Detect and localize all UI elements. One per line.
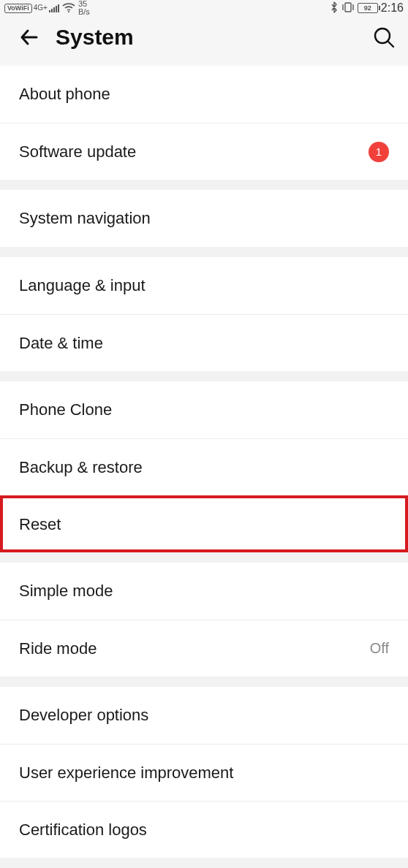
svg-point-9 <box>375 28 390 43</box>
settings-item-label: Ride mode <box>19 639 97 658</box>
status-left: VoWiFi 4G+ 35 <box>4 0 90 16</box>
back-arrow-icon <box>18 26 41 49</box>
svg-rect-2 <box>53 7 55 12</box>
notification-badge: 1 <box>369 142 389 162</box>
svg-line-10 <box>388 42 393 47</box>
svg-point-5 <box>68 11 69 12</box>
svg-rect-4 <box>58 4 59 12</box>
network-speed: 35 B/s <box>78 0 90 16</box>
settings-item[interactable]: Reset <box>0 495 408 552</box>
settings-item-label: Language & input <box>19 276 146 295</box>
settings-item[interactable]: Phone Clone <box>0 381 408 438</box>
settings-item[interactable]: System navigation <box>0 190 408 247</box>
settings-item-label: Phone Clone <box>19 400 112 419</box>
settings-item[interactable]: Simple mode <box>0 563 408 620</box>
settings-item-label: System navigation <box>19 209 151 228</box>
settings-item-label: Certification logos <box>19 821 147 840</box>
settings-item[interactable]: Certification logos <box>0 801 408 858</box>
status-right: 92 2:16 <box>330 1 404 15</box>
settings-item-label: Developer options <box>19 706 148 725</box>
search-icon <box>373 26 395 48</box>
settings-group: Phone CloneBackup & restoreReset <box>0 381 408 552</box>
svg-rect-3 <box>56 6 57 12</box>
wifi-icon <box>62 3 75 13</box>
svg-rect-1 <box>51 9 53 12</box>
settings-group: Language & inputDate & time <box>0 257 408 371</box>
back-button[interactable] <box>13 21 45 53</box>
status-bar: VoWiFi 4G+ 35 <box>0 0 408 17</box>
battery-level: 92 <box>364 4 371 12</box>
vowifi-icon: VoWiFi <box>4 4 32 13</box>
settings-item[interactable]: Date & time <box>0 314 408 371</box>
network-gen-label: 4G+ <box>34 4 48 12</box>
settings-item-label: Software update <box>19 142 136 161</box>
settings-item-value: Off <box>370 640 389 657</box>
settings-item[interactable]: Developer options <box>0 687 408 744</box>
battery-icon: 92 <box>358 3 378 13</box>
settings-item-label: Reset <box>19 515 61 534</box>
clock: 2:16 <box>381 1 404 15</box>
settings-item[interactable]: Software update1 <box>0 123 408 180</box>
vibrate-icon <box>341 1 355 15</box>
svg-rect-0 <box>49 10 50 12</box>
search-button[interactable] <box>370 25 395 50</box>
settings-item[interactable]: Language & input <box>0 257 408 314</box>
page-title: System <box>56 25 134 50</box>
header: System <box>0 17 408 66</box>
settings-group: Developer optionsUser experience improve… <box>0 687 408 858</box>
settings-group: System navigation <box>0 190 408 247</box>
bluetooth-icon <box>330 1 339 15</box>
settings-item-label: About phone <box>19 85 110 104</box>
settings-item[interactable]: About phone <box>0 66 408 123</box>
settings-item-label: User experience improvement <box>19 764 233 783</box>
settings-item[interactable]: User experience improvement <box>0 744 408 801</box>
settings-list: About phoneSoftware update1System naviga… <box>0 66 408 868</box>
settings-item[interactable]: Ride modeOff <box>0 620 408 677</box>
settings-item-label: Date & time <box>19 334 103 353</box>
settings-item[interactable]: Backup & restore <box>0 438 408 495</box>
settings-item-label: Simple mode <box>19 582 113 601</box>
svg-rect-6 <box>345 3 351 12</box>
network-speed-unit: B/s <box>78 8 90 16</box>
settings-group: Simple modeRide modeOff <box>0 563 408 677</box>
signal-icon <box>49 4 61 12</box>
settings-group: About phoneSoftware update1 <box>0 66 408 180</box>
screen: VoWiFi 4G+ 35 <box>0 0 408 868</box>
settings-item-label: Backup & restore <box>19 458 143 477</box>
